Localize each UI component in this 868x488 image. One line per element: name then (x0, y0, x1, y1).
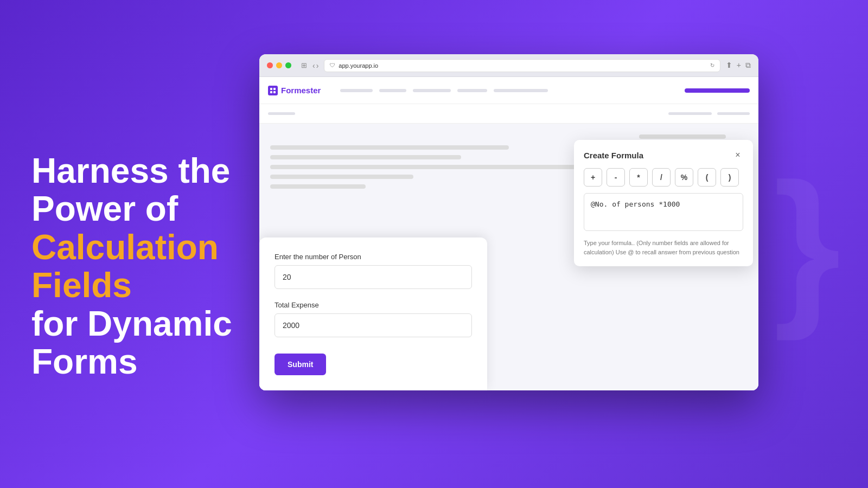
url-text: app.yourapp.io (339, 62, 378, 69)
header-nav (340, 89, 676, 92)
modal-close-button[interactable]: × (732, 150, 743, 160)
formula-modal: Create Formula × + - * / % ( ) @No. of p… (574, 140, 753, 266)
header-right (685, 88, 750, 93)
skeleton-1 (270, 145, 509, 150)
share-icon[interactable]: ⬆ (726, 61, 732, 70)
new-tab-icon[interactable]: + (737, 61, 741, 70)
form-section-1: Enter the number of Person (275, 253, 472, 298)
svg-rect-0 (270, 88, 272, 90)
address-bar[interactable]: 🛡 app.yourapp.io ↻ (324, 59, 720, 72)
traffic-lights (267, 62, 291, 68)
app-main: Enter the number of Person Total Expense… (259, 124, 758, 390)
skeleton-4 (270, 175, 413, 179)
copy-icon[interactable]: ⧉ (745, 61, 751, 70)
nav-item-5[interactable] (494, 89, 548, 92)
hero-line4: for DynamicForms (31, 305, 265, 381)
operator-minus[interactable]: - (607, 168, 625, 187)
nav-item-4[interactable] (457, 89, 487, 92)
formula-modal-header: Create Formula × (584, 150, 743, 160)
nav-arrows: ‹ › (312, 61, 318, 70)
forward-button[interactable]: › (316, 61, 319, 70)
sub-nav-3[interactable] (717, 112, 750, 115)
form-preview-area: Enter the number of Person Total Expense… (259, 124, 758, 390)
hero-line2: Power of (31, 190, 265, 228)
r-skeleton-1 (639, 134, 726, 139)
dot-yellow[interactable] (276, 62, 282, 68)
browser-window: ⊞ ‹ › 🛡 app.yourapp.io ↻ ⬆ + ⧉ (259, 54, 758, 390)
operator-percent[interactable]: % (675, 168, 693, 187)
logo-icon (268, 86, 278, 95)
sub-nav-1[interactable] (268, 112, 295, 115)
formula-operators: + - * / % ( ) (584, 168, 743, 187)
skeleton-5 (270, 184, 366, 189)
field2-input[interactable] (275, 313, 472, 337)
logo-text: Formester (281, 86, 321, 95)
formula-modal-title: Create Formula (584, 151, 643, 160)
back-button[interactable]: ‹ (312, 61, 315, 70)
shield-icon: 🛡 (330, 62, 335, 68)
operator-open-paren[interactable]: ( (698, 168, 716, 187)
form-section-2: Total Expense (275, 301, 472, 346)
refresh-icon[interactable]: ↻ (710, 62, 714, 68)
field1-input[interactable] (275, 265, 472, 289)
dot-red[interactable] (267, 62, 273, 68)
app-logo: Formester (268, 86, 321, 95)
sub-nav-2[interactable] (668, 112, 712, 115)
hero-line3: Calculation Fields (31, 228, 265, 305)
form-panel: Enter the number of Person Total Expense… (259, 237, 487, 390)
field1-label: Enter the number of Person (275, 253, 472, 261)
nav-item-2[interactable] (379, 89, 406, 92)
svg-rect-3 (273, 91, 276, 93)
sub-header (259, 104, 758, 124)
dot-green[interactable] (285, 62, 291, 68)
skeleton-3 (270, 165, 604, 169)
svg-rect-2 (270, 91, 272, 93)
app-header: Formester (259, 77, 758, 104)
hero-section: Harness the Power of Calculation Fields … (31, 152, 265, 381)
browser-chrome: ⊞ ‹ › 🛡 app.yourapp.io ↻ ⬆ + ⧉ (259, 54, 758, 77)
submit-button[interactable]: Submit (275, 354, 326, 375)
hero-line1: Harness the (31, 152, 265, 190)
field2-label: Total Expense (275, 301, 472, 309)
browser-actions: ⬆ + ⧉ (726, 61, 751, 70)
operator-multiply[interactable]: * (629, 168, 648, 187)
operator-divide[interactable]: / (652, 168, 671, 187)
formula-hint: Type your formula.. (Only number fields … (584, 239, 743, 256)
header-cta-button[interactable] (685, 88, 750, 93)
nav-item-3[interactable] (413, 89, 451, 92)
operator-close-paren[interactable]: ) (720, 168, 739, 187)
skeleton-2 (270, 155, 461, 159)
svg-rect-1 (273, 88, 276, 90)
sidebar-toggle-icon[interactable]: ⊞ (301, 61, 307, 69)
app-content: Formester (259, 77, 758, 390)
formula-input[interactable]: @No. of persons *1000 (584, 193, 743, 231)
operator-plus[interactable]: + (584, 168, 602, 187)
nav-item-1[interactable] (340, 89, 373, 92)
